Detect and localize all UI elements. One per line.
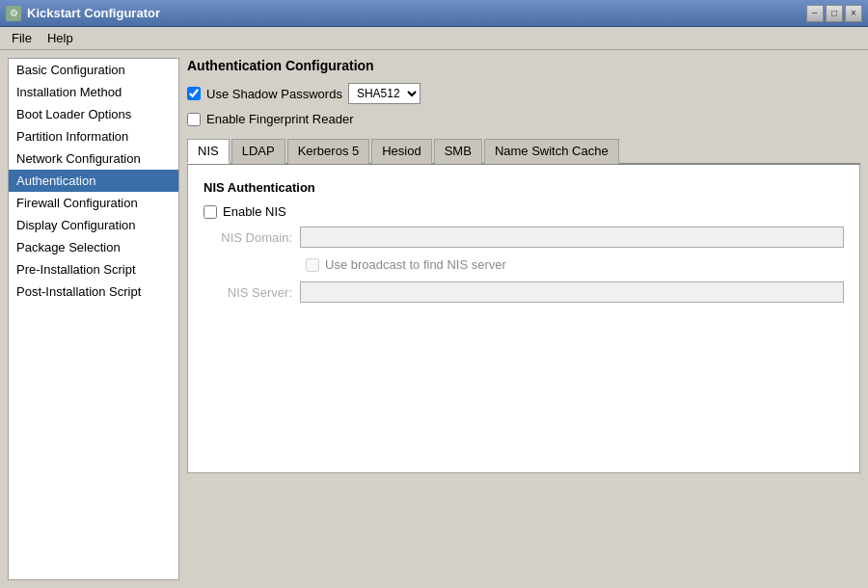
nis-section-title: NIS Authentication [203, 180, 844, 195]
fingerprint-checkbox[interactable] [187, 113, 201, 126]
sidebar-item-package-selection[interactable]: Package Selection [9, 236, 178, 258]
sidebar-item-partition-information[interactable]: Partition Information [9, 125, 178, 147]
sidebar-item-pre-installation-script[interactable]: Pre-Installation Script [9, 258, 178, 281]
broadcast-checkbox[interactable] [306, 258, 319, 272]
fingerprint-label: Enable Fingerprint Reader [206, 112, 353, 126]
sidebar: Basic Configuration Installation Method … [8, 58, 179, 580]
titlebar-left: ⚙ Kickstart Configurator [6, 6, 160, 21]
enable-nis-checkbox[interactable] [203, 205, 217, 219]
minimize-button[interactable]: − [806, 5, 824, 22]
sidebar-item-basic-configuration[interactable]: Basic Configuration [9, 59, 178, 81]
tab-name-switch-cache[interactable]: Name Switch Cache [484, 139, 619, 164]
menu-file[interactable]: File [4, 29, 40, 47]
nis-domain-row: NIS Domain: [203, 227, 844, 248]
enable-nis-label: Enable NIS [223, 204, 286, 219]
sidebar-item-network-configuration[interactable]: Network Configuration [9, 147, 178, 170]
shadow-passwords-checkbox[interactable] [187, 87, 201, 100]
sidebar-item-installation-method[interactable]: Installation Method [9, 81, 178, 103]
tab-ldap[interactable]: LDAP [231, 139, 285, 164]
app-icon: ⚙ [6, 6, 21, 21]
sha-select[interactable]: MD5 SHA256 SHA512 [348, 83, 420, 104]
titlebar-controls[interactable]: − □ × [806, 5, 862, 22]
menubar: File Help [0, 27, 868, 50]
sidebar-item-post-installation-script[interactable]: Post-Installation Script [9, 281, 178, 303]
tab-kerberos5[interactable]: Kerberos 5 [287, 139, 370, 164]
tab-hesiod[interactable]: Hesiod [371, 139, 431, 164]
tab-content-nis: NIS Authentication Enable NIS NIS Domain… [187, 165, 860, 473]
shadow-passwords-row: Use Shadow Passwords MD5 SHA256 SHA512 [187, 83, 860, 104]
tab-smb[interactable]: SMB [434, 139, 482, 164]
titlebar-title: Kickstart Configurator [27, 6, 160, 20]
sidebar-item-boot-loader-options[interactable]: Boot Loader Options [9, 103, 178, 125]
broadcast-row: Use broadcast to find NIS server [203, 257, 844, 272]
close-button[interactable]: × [845, 5, 862, 22]
tab-bar: NIS LDAP Kerberos 5 Hesiod SMB Name Swit… [187, 138, 860, 165]
menu-help[interactable]: Help [40, 29, 81, 47]
content-panel: Authentication Configuration Use Shadow … [187, 58, 860, 580]
fingerprint-row: Enable Fingerprint Reader [187, 112, 860, 126]
sidebar-item-display-configuration[interactable]: Display Configuration [9, 214, 178, 236]
main-window: Basic Configuration Installation Method … [0, 50, 868, 588]
maximize-button[interactable]: □ [826, 5, 843, 22]
nis-domain-input[interactable] [300, 227, 844, 248]
nis-server-label: NIS Server: [203, 285, 300, 300]
sidebar-item-authentication[interactable]: Authentication [9, 170, 178, 192]
section-title: Authentication Configuration [187, 58, 860, 73]
sidebar-item-firewall-configuration[interactable]: Firewall Configuration [9, 192, 178, 214]
nis-server-input[interactable] [300, 281, 844, 303]
tabs-container: NIS LDAP Kerberos 5 Hesiod SMB Name Swit… [187, 138, 860, 473]
shadow-passwords-label: Use Shadow Passwords [206, 87, 342, 101]
nis-server-row: NIS Server: [203, 281, 844, 303]
titlebar: ⚙ Kickstart Configurator − □ × [0, 0, 868, 27]
broadcast-label: Use broadcast to find NIS server [325, 257, 506, 272]
nis-domain-label: NIS Domain: [203, 230, 300, 245]
enable-nis-row: Enable NIS [203, 204, 844, 219]
tab-nis[interactable]: NIS [187, 139, 230, 164]
